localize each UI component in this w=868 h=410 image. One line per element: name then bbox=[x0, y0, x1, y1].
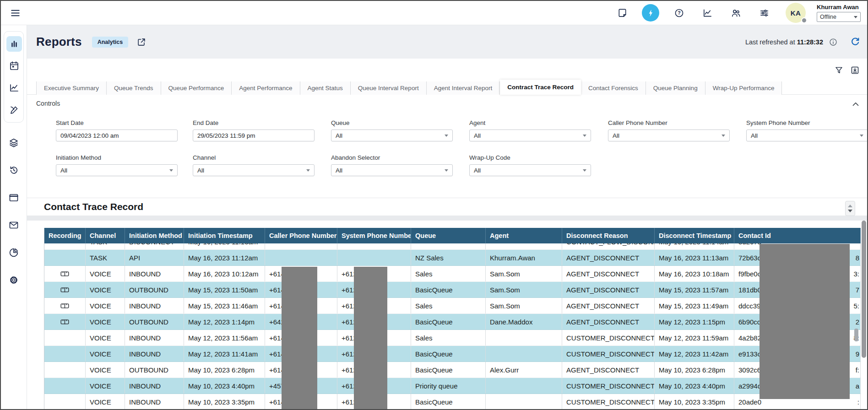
insights-icon[interactable] bbox=[699, 4, 716, 22]
cell-agent: Alex.Gurr bbox=[486, 362, 562, 378]
cell-initiation_timestamp: May 15, 2023 11:46am bbox=[184, 298, 265, 313]
scroll-stepper[interactable] bbox=[845, 201, 855, 216]
filter-select[interactable]: All bbox=[469, 164, 591, 176]
contact-id-suffix: 7 bbox=[856, 286, 859, 294]
status-select[interactable]: Offline bbox=[817, 12, 861, 22]
recording-icon[interactable] bbox=[60, 286, 69, 294]
column-header-contact_id[interactable]: Contact Id bbox=[734, 228, 861, 243]
tab-wrap-up-performance[interactable]: Wrap-Up Performance bbox=[705, 81, 782, 95]
filter-input[interactable]: 09/04/2023 12:00 am bbox=[56, 129, 178, 141]
cell-disconnect_reason: CONTACT_FLOW_DISCON... bbox=[562, 243, 655, 249]
filter-select[interactable]: All bbox=[746, 129, 868, 141]
table-row[interactable]: VOICEOUTBOUNDMay 12, 2023 1:14pm+642+612… bbox=[44, 314, 860, 330]
recording-icon[interactable] bbox=[60, 302, 69, 310]
tab-agent-performance[interactable]: Agent Performance bbox=[232, 81, 300, 95]
notes-icon[interactable] bbox=[613, 4, 631, 22]
cell-queue: BasicQueue bbox=[411, 314, 486, 329]
filter-icon[interactable] bbox=[834, 65, 844, 75]
column-header-initiation_method[interactable]: Initiation Method bbox=[125, 228, 184, 243]
help-icon[interactable]: ? bbox=[670, 4, 688, 22]
user-name: Khurram Awan bbox=[817, 4, 861, 11]
cell-channel: VOICE bbox=[86, 282, 125, 297]
tab-contract-trace-record[interactable]: Contract Trace Record bbox=[500, 80, 581, 95]
sidebar-item-design[interactable] bbox=[4, 99, 24, 121]
column-header-agent[interactable]: Agent bbox=[486, 228, 562, 243]
contact-id-suffix: a bbox=[856, 382, 859, 390]
filter-select[interactable]: All bbox=[608, 129, 730, 141]
table-row[interactable]: VOICEINBOUNDMay 16, 2023 10:12am+614+612… bbox=[44, 266, 860, 282]
column-header-system_phone[interactable]: System Phone Number bbox=[337, 228, 411, 243]
column-header-disconnect_timestamp[interactable]: Disconnect Timestamp bbox=[655, 228, 734, 243]
table-row[interactable]: VOICEINBOUNDMay 10, 2023 4:40pm+457+612P… bbox=[44, 378, 860, 394]
tab-executive-summary[interactable]: Executive Summary bbox=[37, 81, 107, 95]
tab-agent-status[interactable]: Agent Status bbox=[300, 81, 351, 95]
avatar[interactable]: KA bbox=[786, 3, 806, 23]
tab-queue-performance[interactable]: Queue Performance bbox=[161, 81, 232, 95]
users-icon[interactable] bbox=[727, 4, 744, 22]
page-scrollbar[interactable] bbox=[862, 221, 866, 358]
filter-select[interactable]: All bbox=[56, 164, 178, 176]
column-header-caller_phone[interactable]: Caller Phone Number bbox=[265, 228, 337, 243]
info-icon[interactable] bbox=[829, 38, 838, 47]
contact-id-suffix: 9 bbox=[856, 350, 859, 358]
cell-initiation_method: OUTBOUND bbox=[125, 282, 184, 297]
refresh-icon[interactable] bbox=[850, 37, 861, 48]
cell-queue: BasicQueue bbox=[411, 346, 486, 361]
table-row[interactable]: VOICEINBOUNDMay 12, 2023 11:56am+614+612… bbox=[44, 330, 860, 346]
sliders-icon[interactable] bbox=[755, 4, 773, 22]
cell-channel: VOICE bbox=[86, 266, 125, 281]
table-row[interactable]: VOICEINBOUNDMay 15, 2023 11:46am+614+612… bbox=[44, 298, 860, 314]
table-scrollbar[interactable] bbox=[854, 329, 858, 341]
sidebar-item-layers[interactable] bbox=[4, 133, 24, 153]
column-header-recording[interactable]: Recording bbox=[44, 228, 86, 243]
step-down-icon[interactable] bbox=[848, 210, 852, 212]
column-header-initiation_timestamp[interactable]: Initiation Timestamp bbox=[184, 228, 265, 243]
recording-icon[interactable] bbox=[60, 318, 69, 326]
tab-contact-forensics[interactable]: Contact Forensics bbox=[581, 81, 646, 95]
tab-queue-planning[interactable]: Queue Planning bbox=[646, 81, 705, 95]
cell-recording bbox=[44, 266, 86, 281]
column-header-disconnect_reason[interactable]: Disconnect Reason bbox=[562, 228, 655, 243]
sidebar-item-window[interactable] bbox=[4, 188, 24, 208]
table-row[interactable]: VOICEOUTBOUNDMay 10, 2023 6:28pm+614+612… bbox=[44, 362, 860, 378]
chevron-up-icon[interactable] bbox=[851, 99, 861, 109]
table-row[interactable]: VOICEOUTBOUNDMay 15, 2023 11:50am+614+61… bbox=[44, 282, 860, 298]
download-icon[interactable] bbox=[850, 65, 860, 75]
tab-queue-trends[interactable]: Queue Trends bbox=[107, 81, 161, 95]
table-row[interactable]: VOICEINBOUNDMay 10, 2023 3:35pm+614+612B… bbox=[44, 394, 860, 410]
step-up-icon[interactable] bbox=[848, 205, 852, 207]
table-row[interactable]: TASKDISCONNECTMay 16, 2023 11:13amCONTAC… bbox=[44, 243, 860, 250]
sidebar-item-metrics[interactable] bbox=[4, 77, 24, 99]
chevron-down-icon bbox=[169, 169, 173, 172]
sidebar-item-settings[interactable] bbox=[4, 270, 24, 290]
cell-queue: Sales bbox=[411, 266, 486, 281]
sidebar-item-pie-reports[interactable] bbox=[4, 243, 24, 263]
analytics-badge: Analytics bbox=[92, 37, 129, 48]
cell-initiation_method: INBOUND bbox=[125, 394, 184, 410]
column-header-queue[interactable]: Queue bbox=[411, 228, 486, 243]
filter-select[interactable]: All bbox=[331, 164, 453, 176]
cell-disconnect_reason: CUSTOMER_DISCONNECT bbox=[562, 378, 655, 394]
tab-agent-interval-report[interactable]: Agent Interval Report bbox=[427, 81, 500, 95]
filter-select[interactable]: All bbox=[469, 129, 591, 141]
sidebar-item-history[interactable] bbox=[4, 160, 24, 180]
tab-queue-interval-report[interactable]: Queue Interval Report bbox=[351, 81, 427, 95]
sidebar-item-schedule[interactable] bbox=[4, 55, 24, 77]
filter-select[interactable]: All bbox=[193, 164, 315, 176]
filter-input[interactable]: 29/05/2023 11:59 pm bbox=[193, 129, 315, 141]
cell-system_phone bbox=[337, 243, 411, 249]
recording-icon[interactable] bbox=[60, 270, 69, 278]
filter-select[interactable]: All bbox=[331, 129, 453, 141]
menu-icon[interactable] bbox=[7, 5, 23, 21]
cell-agent: Dane.Maddox bbox=[486, 314, 562, 329]
cell-disconnect_reason: CUSTOMER_DISCONNECT bbox=[562, 346, 655, 361]
external-link-icon[interactable] bbox=[136, 37, 146, 47]
cell-disconnect_reason: CUSTOMER_DISCONNECT bbox=[562, 394, 655, 410]
flash-icon[interactable] bbox=[642, 4, 659, 22]
report-card: Executive SummaryQueue TrendsQueue Perfo… bbox=[27, 59, 867, 410]
sidebar-item-analytics[interactable] bbox=[4, 33, 24, 55]
table-row[interactable]: TASKAPIMay 16, 2023 11:12amNZ SalesKhurr… bbox=[44, 250, 860, 266]
table-row[interactable]: VOICEINBOUNDMay 12, 2023 11:41am+614+612… bbox=[44, 346, 860, 362]
column-header-channel[interactable]: Channel bbox=[86, 228, 125, 243]
sidebar-item-mail[interactable] bbox=[4, 215, 24, 235]
